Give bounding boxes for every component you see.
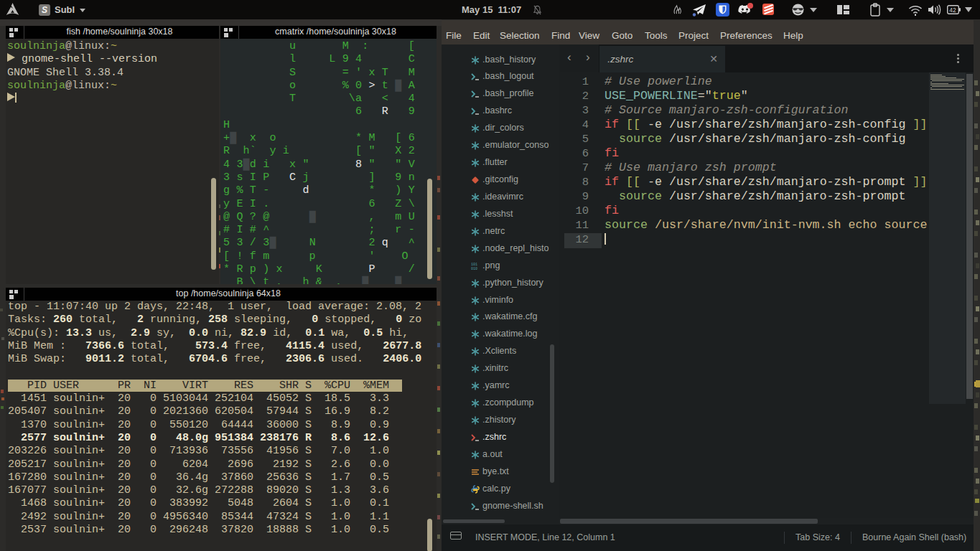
svg-text:42: 42 — [949, 6, 956, 14]
svg-text:010: 010 — [471, 267, 477, 270]
